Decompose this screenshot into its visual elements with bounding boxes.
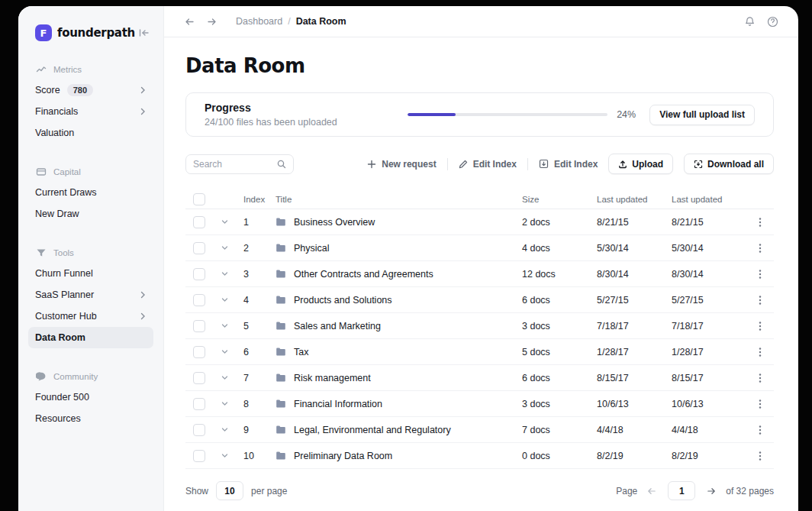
funnel-icon [36,247,47,258]
row-title[interactable]: Financial Information [294,399,382,409]
next-page-icon[interactable] [706,486,717,496]
row-checkbox[interactable] [193,320,205,332]
sidebar-item-score[interactable]: Score780 [28,79,153,101]
header-title: Title [276,195,522,204]
chevron-down-icon[interactable] [216,348,243,356]
row-checkbox[interactable] [193,450,205,462]
sidebar-item-financials[interactable]: Financials [28,101,153,122]
upload-button[interactable]: Upload [608,154,673,174]
download-box-icon [694,160,703,169]
topbar: Dashboard / Data Room [164,6,798,37]
view-full-upload-list-button[interactable]: View full upload list [649,105,755,125]
chevron-down-icon[interactable] [216,218,243,226]
row-title[interactable]: Products and Solutions [294,295,392,306]
sidebar-item-valuation[interactable]: Valuation [28,122,153,144]
kebab-menu-icon[interactable] [746,243,774,254]
kebab-menu-icon[interactable] [746,373,774,383]
chevron-down-icon[interactable] [216,270,243,278]
select-all-checkbox[interactable] [193,193,205,205]
data-room-table: Index Title Size Last updated Last updat… [185,189,774,469]
row-checkbox[interactable] [193,294,205,306]
search-icon [277,160,286,169]
row-title[interactable]: Business Overview [294,217,375,228]
plus-icon [367,160,376,169]
row-title[interactable]: Risk management [294,373,371,383]
help-icon[interactable] [767,16,778,27]
row-title[interactable]: Tax [294,347,308,357]
kebab-menu-icon[interactable] [746,269,774,280]
app-window: F founderpath Metrics Score780 Financial… [18,6,798,511]
row-last-updated-2: 1/28/17 [672,347,746,357]
kebab-menu-icon[interactable] [746,321,774,332]
edit-index-2-button[interactable]: Edit Index [539,159,598,170]
chevron-down-icon[interactable] [216,374,243,382]
header-last-updated-2: Last updated [672,195,746,204]
row-size: 2 docs [522,217,597,228]
row-last-updated-2: 4/4/18 [672,425,746,435]
folder-icon [276,295,286,305]
new-request-button[interactable]: New request [367,159,436,170]
chevron-down-icon[interactable] [216,451,243,460]
prev-page-icon[interactable] [646,486,657,496]
row-title[interactable]: Legal, Environmental and Regulatory [294,425,451,435]
chevron-down-icon[interactable] [216,322,243,330]
page-number-input[interactable] [668,481,695,500]
row-last-updated-2: 5/27/15 [672,295,746,306]
row-title[interactable]: Physical [294,243,330,254]
box-arrow-icon [539,159,549,169]
chevron-down-icon[interactable] [216,399,243,408]
row-last-updated: 7/18/17 [597,321,672,332]
edit-index-button[interactable]: Edit Index [459,159,517,170]
breadcrumb-dashboard[interactable]: Dashboard [236,16,282,27]
chevron-down-icon[interactable] [216,425,243,434]
sidebar-item-founder-500[interactable]: Founder 500 [28,386,153,408]
kebab-menu-icon[interactable] [746,399,774,409]
kebab-menu-icon[interactable] [746,295,774,306]
row-size: 6 docs [522,373,597,383]
chevron-down-icon[interactable] [216,244,243,252]
sidebar-item-saas-planner[interactable]: SaaS Planner [28,284,153,306]
sidebar-item-customer-hub[interactable]: Customer Hub [28,306,153,327]
sidebar-item-data-room[interactable]: Data Room [28,327,153,348]
table-row: 9 Legal, Environmental and Regulatory 7 … [185,417,774,443]
kebab-menu-icon[interactable] [746,347,774,357]
row-checkbox[interactable] [193,424,205,436]
per-page-input[interactable] [216,481,243,500]
download-all-button[interactable]: Download all [684,154,774,174]
row-checkbox[interactable] [193,216,205,228]
kebab-menu-icon[interactable] [746,451,774,461]
row-title[interactable]: Preliminary Data Room [294,451,392,461]
row-index: 9 [243,425,276,435]
row-title[interactable]: Sales and Marketing [294,321,381,332]
row-last-updated: 8/30/14 [597,269,672,280]
bell-icon[interactable] [744,16,756,27]
row-checkbox[interactable] [193,372,205,384]
section-tools: Tools [18,247,163,258]
chevron-right-icon [139,291,147,299]
collapse-sidebar-icon[interactable] [137,27,150,39]
progress-card: Progress 24/100 files has been uploaded … [185,92,774,137]
divider [527,158,528,170]
kebab-menu-icon[interactable] [746,425,774,435]
breadcrumb: Dashboard / Data Room [236,16,346,27]
sidebar-item-current-draws[interactable]: Current Draws [28,182,153,203]
kebab-menu-icon[interactable] [746,217,774,228]
row-title[interactable]: Other Contracts and Agreements [294,269,433,280]
brand-name: founderpath [57,26,135,40]
sidebar-item-churn-funnel[interactable]: Churn Funnel [28,263,153,284]
sidebar-item-new-draw[interactable]: New Draw [28,203,153,225]
row-size: 12 docs [522,269,597,280]
row-size: 3 docs [522,321,597,332]
search-input[interactable] [193,159,272,170]
forward-arrow-icon[interactable] [206,16,218,27]
back-arrow-icon[interactable] [184,16,195,27]
chevron-down-icon[interactable] [216,296,243,304]
row-last-updated: 5/27/15 [597,295,672,306]
total-pages-label: of 32 pages [726,486,774,496]
row-checkbox[interactable] [193,242,205,254]
row-checkbox[interactable] [193,346,205,358]
table-row: 8 Financial Information 3 docs 10/6/13 1… [185,391,774,417]
sidebar-item-resources[interactable]: Resources [28,408,153,429]
row-checkbox[interactable] [193,268,205,280]
row-checkbox[interactable] [193,398,205,410]
